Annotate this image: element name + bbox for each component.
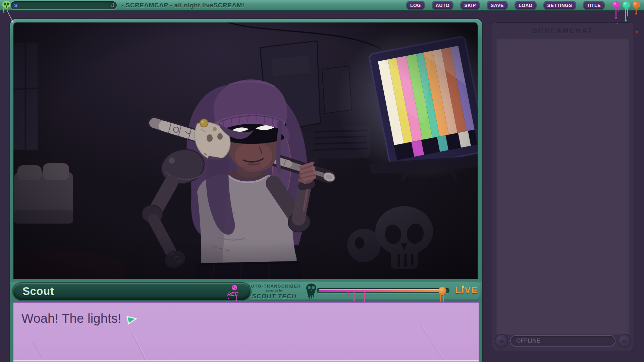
transcriber-line3: SCOUT TECH — [245, 293, 304, 299]
paint-fleck — [636, 31, 638, 33]
transcriber-line2: powered by — [245, 289, 304, 292]
chat-message-area — [496, 38, 630, 335]
stream-tab[interactable]: S — [11, 1, 117, 9]
nameplate-recess: Scout REC — [12, 282, 252, 301]
dialogue-line: Woah! The lights! — [21, 311, 137, 326]
chat-emote-button[interactable]: ☠ — [495, 335, 507, 347]
dialogue-bottom-edge — [13, 360, 479, 361]
load-button[interactable]: LOAD — [516, 2, 536, 9]
title-button[interactable]: TITLE — [584, 2, 604, 9]
scout-tech-skull-icon — [305, 283, 318, 301]
window-dot-pink[interactable] — [612, 1, 620, 24]
speaker-nameplate: Scout REC — [13, 283, 251, 300]
auto-button[interactable]: AUTO — [433, 2, 452, 9]
live-indicator: LIVE — [452, 285, 481, 296]
transcriber-line1: AUTO-TRANSCRIBER — [245, 284, 304, 288]
rec-label: REC — [227, 291, 238, 298]
scene-viewport[interactable] — [13, 22, 478, 279]
dialogue-text: Woah! The lights! — [21, 311, 121, 326]
skip-button[interactable]: SKIP — [461, 2, 479, 9]
refresh-icon[interactable] — [109, 2, 116, 9]
dialogue-box[interactable]: Woah! The lights! — [13, 302, 479, 362]
stream-progress-track — [317, 288, 449, 293]
advance-arrow-icon[interactable] — [126, 315, 137, 324]
live-dot — [462, 286, 464, 288]
auto-transcriber-badge: AUTO-TRANSCRIBER powered by SCOUT TECH — [245, 284, 304, 299]
title-bar: S - SCREAMCAP - all night liveSCREAM! LO… — [0, 0, 644, 11]
live-label: LIVE — [455, 285, 478, 295]
chat-input[interactable] — [510, 335, 615, 347]
stream-progress-fill — [319, 289, 442, 292]
save-button[interactable]: SAVE — [488, 2, 507, 9]
window-dot-teal[interactable] — [623, 1, 630, 21]
settings-button[interactable]: SETTINGS — [544, 2, 575, 9]
chat-panel: SCREAMCHAT ☠ ☠ — [492, 23, 634, 351]
log-button[interactable]: LOG — [407, 2, 424, 9]
stream-overlay-bar: Scout REC AUTO-TRA — [10, 282, 482, 302]
chat-send-button[interactable]: ☠ — [618, 335, 630, 347]
app-window: S - SCREAMCAP - all night liveSCREAM! LO… — [0, 0, 644, 362]
chat-title: SCREAMCHAT — [492, 27, 634, 35]
window-title: - SCREAMCAP - all night liveSCREAM! — [121, 0, 245, 11]
chat-input-row: ☠ ☠ — [495, 334, 630, 348]
rec-icon: REC — [226, 284, 242, 301]
speaker-name: Scout — [22, 285, 54, 298]
menu-bar: LOG AUTO SKIP SAVE LOAD SETTINGS TITLE — [407, 0, 604, 11]
stream-viewport-frame: Scout REC AUTO-TRA — [10, 19, 482, 362]
skull-balloon-icon — [1, 0, 17, 27]
